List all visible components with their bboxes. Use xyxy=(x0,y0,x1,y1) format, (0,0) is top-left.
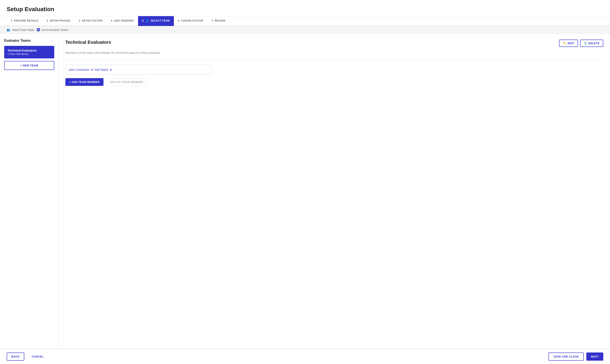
step-number: 7 xyxy=(212,19,213,22)
step-setup-phases[interactable]: 2SETUP PHASES xyxy=(42,16,75,26)
delete-team-member-button[interactable]: DELETE TEAM MEMBER xyxy=(106,78,147,86)
team-member-actions: + ADD TEAM MEMBER DELETE TEAM MEMBER xyxy=(65,78,603,86)
step-label-setup-phases: SETUP PHASES xyxy=(50,19,70,22)
member-tag: John Contractor ✕ xyxy=(68,67,93,72)
add-team-member-button[interactable]: + ADD TEAM MEMBER xyxy=(65,78,104,86)
member-name: John Contractor xyxy=(68,68,90,71)
step-review[interactable]: 7REVIEW xyxy=(208,16,230,26)
step-label-setup-factor: SETUP FACTOR xyxy=(82,19,103,22)
cancel-button[interactable]: CANCEL xyxy=(28,352,48,361)
team-style-label: Select Team Style: xyxy=(12,28,35,31)
page-title: Setup Evaluation xyxy=(7,6,603,13)
page-header: Setup Evaluation xyxy=(0,0,610,16)
step-label-assign-factor: ASSIGN FACTOR xyxy=(181,19,203,22)
detail-header: Technical Evaluators ✏️ EDIT 🗑️ DELETE xyxy=(65,39,603,47)
team-item-count: 0 Team Member(s) xyxy=(8,52,51,55)
member-tag: Neil Taylor ✕ xyxy=(95,67,112,72)
step-setup-factor[interactable]: 3SETUP FACTOR xyxy=(75,16,107,26)
step-add-vendors[interactable]: 4ADD VENDORS xyxy=(107,16,138,26)
step-number: 3 xyxy=(79,19,80,22)
step-label-select-team: SELECT TEAM xyxy=(151,19,170,22)
member-remove-icon[interactable]: ✕ xyxy=(91,68,93,71)
detail-title: Technical Evaluators xyxy=(65,39,111,45)
main-content: Evaluator Teams Technical Evaluators 0 T… xyxy=(0,34,610,349)
edit-label: EDIT xyxy=(568,42,574,45)
back-button[interactable]: BACK xyxy=(7,352,24,361)
sidebar: Evaluator Teams Technical Evaluators 0 T… xyxy=(0,34,59,349)
detail-actions: ✏️ EDIT 🗑️ DELETE xyxy=(559,39,603,47)
member-remove-icon[interactable]: ✕ xyxy=(110,68,112,71)
step-number: 1 xyxy=(11,19,12,22)
next-button[interactable]: NEXT xyxy=(586,352,603,361)
step-number: 6 xyxy=(178,19,180,22)
edit-button[interactable]: ✏️ EDIT xyxy=(559,39,578,47)
members-input-area[interactable]: John Contractor ✕ Neil Taylor ✕ xyxy=(65,65,212,75)
step-label-add-vendors: ADD VENDORS xyxy=(114,19,134,22)
save-and-close-button[interactable]: SAVE AND CLOSE xyxy=(548,352,584,361)
sidebar-title: Evaluator Teams xyxy=(4,39,54,42)
delete-button[interactable]: 🗑️ DELETE xyxy=(580,39,603,47)
team-style-bar: 👥 Select Team Style: Use Evaluation Team… xyxy=(0,26,610,34)
team-item[interactable]: Technical Evaluators 0 Team Member(s) xyxy=(4,46,54,58)
step-label-review: REVIEW xyxy=(215,19,225,22)
delete-label: DELETE xyxy=(588,42,599,45)
step-number: 2 xyxy=(47,19,48,22)
team-style-radio-option[interactable]: Use Evaluation Teams xyxy=(37,28,68,31)
team-list: Technical Evaluators 0 Team Member(s) xyxy=(4,46,54,58)
footer-left: BACK CANCEL xyxy=(7,352,48,361)
page-footer: BACK CANCEL SAVE AND CLOSE NEXT xyxy=(0,349,610,364)
radio-dot xyxy=(37,28,40,31)
team-description: Members of this team will evaluate the t… xyxy=(65,51,603,54)
edit-icon: ✏️ xyxy=(563,42,566,45)
member-name: Neil Taylor xyxy=(95,68,108,71)
stepper: 1PROVIDE DETAILS2SETUP PHASES3SETUP FACT… xyxy=(0,16,610,26)
team-item-name: Technical Evaluators xyxy=(8,49,51,52)
step-icon-select-team: 👤 xyxy=(145,19,149,22)
delete-icon: 🗑️ xyxy=(584,42,587,45)
step-provide-details[interactable]: 1PROVIDE DETAILS xyxy=(7,16,42,26)
step-number: 5 xyxy=(142,19,144,22)
step-select-team[interactable]: 5👤SELECT TEAM xyxy=(138,16,174,26)
step-assign-factor[interactable]: 6ASSIGN FACTOR xyxy=(174,16,208,26)
page-wrapper: Setup Evaluation 1PROVIDE DETAILS2SETUP … xyxy=(0,0,610,364)
team-style-icon: 👥 xyxy=(7,28,10,31)
step-number: 4 xyxy=(111,19,113,22)
detail-panel: Technical Evaluators ✏️ EDIT 🗑️ DELETE M… xyxy=(59,34,610,349)
team-style-option-label: Use Evaluation Teams xyxy=(41,28,68,31)
new-team-button[interactable]: + NEW TEAM xyxy=(4,61,54,70)
footer-right: SAVE AND CLOSE NEXT xyxy=(548,352,603,361)
divider xyxy=(65,59,603,60)
step-label-provide-details: PROVIDE DETAILS xyxy=(14,19,38,22)
